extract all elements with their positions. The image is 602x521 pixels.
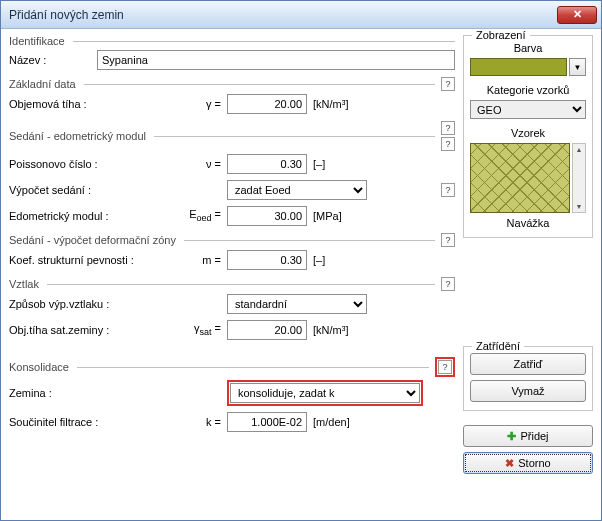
zemina-select[interactable]: konsoliduje, zadat k [230, 383, 420, 403]
divider [47, 284, 435, 285]
k-label: Součinitel filtrace : [9, 416, 167, 428]
divider [154, 136, 435, 137]
gamma-input[interactable] [227, 94, 307, 114]
group-konsolidace: Konsolidace [9, 361, 71, 373]
window-title: Přidání nových zemin [9, 8, 557, 22]
eoed-unit: [MPa] [313, 210, 363, 222]
name-input[interactable] [97, 50, 455, 70]
eoed-input[interactable] [227, 206, 307, 226]
vztlak-method-label: Způsob výp.vztlaku : [9, 298, 167, 310]
cancel-button[interactable]: ✖ Storno [463, 452, 593, 474]
k-unit: [m/den] [313, 416, 363, 428]
help-icon[interactable]: ? [441, 277, 455, 291]
zatrideni-legend: Zatřídění [472, 340, 524, 352]
zobrazeni-legend: Zobrazení [472, 29, 530, 41]
cancel-icon: ✖ [505, 457, 514, 470]
help-icon[interactable]: ? [441, 137, 455, 151]
help-icon[interactable]: ? [441, 121, 455, 135]
gamma-unit: [kN/m³] [313, 98, 363, 110]
classify-button[interactable]: Zatřiď [470, 353, 586, 375]
vzorek-label: Vzorek [470, 127, 586, 139]
zemina-label: Zemina : [9, 387, 167, 399]
group-zobrazeni: Zobrazení Barva ▼ Kategorie vzorků GEO V… [463, 35, 593, 238]
group-zakladni: Základní data [9, 78, 78, 90]
window-close-button[interactable]: ✕ [557, 6, 597, 24]
calc-select[interactable]: zadat Eoed [227, 180, 367, 200]
eoed-label: Edometrický modul : [9, 210, 167, 222]
eoed-symbol: Eoed = [167, 208, 227, 223]
k-symbol: k = [167, 416, 227, 428]
cancel-button-label: Storno [518, 457, 550, 469]
clear-button[interactable]: Vymaž [470, 380, 586, 402]
vztlak-method-select[interactable]: standardní [227, 294, 367, 314]
group-identifikace: Identifikace [9, 35, 67, 47]
divider [77, 367, 429, 368]
add-button[interactable]: ✚ Přidej [463, 425, 593, 447]
calc-label: Výpočet sedání : [9, 184, 167, 196]
gsat-symbol: γsat = [167, 322, 227, 337]
kategorie-label: Kategorie vzorků [470, 84, 586, 96]
group-zatrideni: Zatřídění Zatřiď Vymaž [463, 346, 593, 411]
nu-unit: [–] [313, 158, 363, 170]
color-swatch [470, 58, 567, 76]
help-icon[interactable]: ? [441, 183, 455, 197]
gamma-symbol: γ = [167, 98, 227, 110]
nu-symbol: ν = [167, 158, 227, 170]
pattern-name: Navážka [470, 217, 586, 229]
highlight-zemina: konsoliduje, zadat k [227, 380, 423, 406]
group-vztlak: Vztlak [9, 278, 41, 290]
divider [84, 84, 435, 85]
gsat-unit: [kN/m³] [313, 324, 363, 336]
divider [73, 41, 455, 42]
m-label: Koef. strukturní pevnosti : [9, 254, 167, 266]
k-input[interactable] [227, 412, 307, 432]
m-input[interactable] [227, 250, 307, 270]
gsat-label: Obj.tíha sat.zeminy : [9, 324, 167, 336]
group-defzona: Sedání - výpočet deformační zóny [9, 234, 178, 246]
pattern-scrollbar[interactable]: ▲▼ [572, 143, 586, 213]
help-icon[interactable]: ? [441, 77, 455, 91]
divider [184, 240, 435, 241]
nu-input[interactable] [227, 154, 307, 174]
highlight-help: ? [435, 357, 455, 377]
plus-icon: ✚ [507, 430, 516, 443]
help-icon[interactable]: ? [438, 360, 452, 374]
color-dropdown-button[interactable]: ▼ [569, 58, 586, 76]
add-button-label: Přidej [520, 430, 548, 442]
gsat-input[interactable] [227, 320, 307, 340]
nu-label: Poissonovo číslo : [9, 158, 167, 170]
help-icon[interactable]: ? [441, 233, 455, 247]
barva-label: Barva [470, 42, 586, 54]
name-label: Název : [9, 54, 97, 66]
gamma-label: Objemová tíha : [9, 98, 167, 110]
pattern-preview [470, 143, 570, 213]
group-sedani-eoed: Sedání - edometrický modul [9, 130, 148, 142]
kategorie-select[interactable]: GEO [470, 100, 586, 119]
m-symbol: m = [167, 254, 227, 266]
m-unit: [–] [313, 254, 363, 266]
